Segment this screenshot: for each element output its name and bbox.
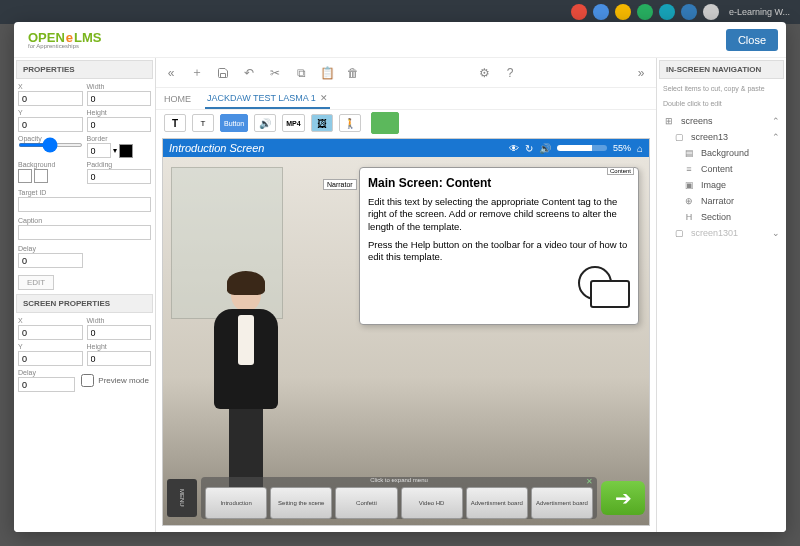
content-box[interactable]: Content Main Screen: Content Edit this t… bbox=[359, 167, 639, 325]
tree-icon: ≡ bbox=[683, 164, 695, 174]
nav-close-icon[interactable]: ✕ bbox=[586, 477, 593, 486]
screen-width-input[interactable] bbox=[87, 325, 152, 340]
image-element[interactable]: 🖼 bbox=[311, 114, 333, 132]
caption-input[interactable] bbox=[18, 225, 151, 240]
edit-button[interactable]: EDIT bbox=[18, 275, 54, 290]
close-tab-icon[interactable]: ✕ bbox=[320, 93, 328, 103]
breadcrumb-home[interactable]: HOME bbox=[164, 94, 191, 104]
preview-mode-checkbox[interactable] bbox=[81, 374, 94, 387]
nav-button[interactable]: Advertisment board bbox=[531, 487, 593, 519]
screen-delay-input[interactable] bbox=[18, 377, 75, 392]
nav-button[interactable]: Video HD bbox=[401, 487, 463, 519]
collapse-right-icon[interactable]: » bbox=[634, 66, 648, 80]
editor-modal: OPENeLMS for Apprenticeships Close PROPE… bbox=[14, 22, 786, 532]
nav-button[interactable]: Introduction bbox=[205, 487, 267, 519]
tree-icon: ▢ bbox=[673, 132, 685, 142]
text-large-button[interactable]: T bbox=[164, 114, 186, 132]
tree-item-background[interactable]: ▤Background bbox=[659, 145, 784, 161]
narrator-tag[interactable]: Narrator bbox=[323, 179, 357, 190]
width-input[interactable] bbox=[87, 91, 152, 106]
content-paragraph: Edit this text by selecting the appropri… bbox=[368, 196, 630, 233]
tree-icon: ⊕ bbox=[683, 196, 695, 206]
narrator-figure[interactable] bbox=[201, 275, 291, 495]
text-small-button[interactable]: T bbox=[192, 114, 214, 132]
menu-tab[interactable]: MENU bbox=[167, 479, 197, 517]
narrator-element[interactable]: 🚶 bbox=[339, 114, 361, 132]
content-tag[interactable]: Content bbox=[607, 167, 634, 175]
collapse-left-icon[interactable]: « bbox=[164, 66, 178, 80]
opacity-slider[interactable] bbox=[18, 143, 83, 147]
target-id-input[interactable] bbox=[18, 197, 151, 212]
bg-color-2[interactable] bbox=[34, 169, 48, 183]
x-input[interactable] bbox=[18, 91, 83, 106]
border-input[interactable] bbox=[87, 143, 111, 158]
tree-icon: ▤ bbox=[683, 148, 695, 158]
volume-slider[interactable] bbox=[557, 145, 607, 151]
delete-icon[interactable]: 🗑 bbox=[346, 66, 360, 80]
tree-item-section[interactable]: HSection bbox=[659, 209, 784, 225]
screen-height-input[interactable] bbox=[87, 351, 152, 366]
border-color[interactable] bbox=[119, 144, 133, 158]
stage[interactable]: Introduction Screen 👁 ↻ 🔊 55% ⌂ Narrator bbox=[162, 138, 650, 526]
audio-element[interactable]: 🔊 bbox=[254, 114, 276, 132]
breadcrumb-current[interactable]: JACKDAW TEST LASMA 1 ✕ bbox=[205, 89, 330, 109]
status-circle bbox=[637, 4, 653, 20]
tree-label: screen13 bbox=[691, 132, 766, 142]
nav-button[interactable]: Setting the scene bbox=[270, 487, 332, 519]
expand-menu-label[interactable]: Click to expand menu bbox=[201, 477, 597, 483]
home-icon[interactable]: ⌂ bbox=[637, 143, 643, 154]
toolbar: « ＋ ↶ ✂ ⧉ 📋 🗑 ⚙ ? » bbox=[156, 58, 656, 88]
chevron-icon[interactable]: ⌃ bbox=[772, 132, 780, 142]
screen-element[interactable] bbox=[371, 112, 399, 134]
tree-label: screen1301 bbox=[691, 228, 766, 238]
add-icon[interactable]: ＋ bbox=[190, 66, 204, 80]
content-illustration bbox=[570, 266, 630, 316]
refresh-icon[interactable]: ↻ bbox=[525, 143, 533, 154]
screen-properties-header: SCREEN PROPERTIES bbox=[16, 294, 153, 313]
avatar[interactable] bbox=[703, 4, 719, 20]
navigation-panel: IN-SCREEN NAVIGATION Select items to cut… bbox=[656, 58, 786, 532]
padding-input[interactable] bbox=[87, 169, 152, 184]
status-circle bbox=[571, 4, 587, 20]
undo-icon[interactable]: ↶ bbox=[242, 66, 256, 80]
help-icon[interactable]: ? bbox=[503, 66, 517, 80]
nav-panel-header: IN-SCREEN NAVIGATION bbox=[659, 60, 784, 79]
tree-item-screen13[interactable]: ▢screen13⌃ bbox=[659, 129, 784, 145]
tree-item-content[interactable]: ≡Content bbox=[659, 161, 784, 177]
height-input[interactable] bbox=[87, 117, 152, 132]
screen-y-input[interactable] bbox=[18, 351, 83, 366]
close-button[interactable]: Close bbox=[726, 29, 778, 51]
screen-x-input[interactable] bbox=[18, 325, 83, 340]
next-button[interactable]: ➔ bbox=[601, 481, 645, 515]
tree-item-image[interactable]: ▣Image bbox=[659, 177, 784, 193]
tree-label: screens bbox=[681, 116, 766, 126]
copy-icon[interactable]: ⧉ bbox=[294, 66, 308, 80]
tree-item-screen1301[interactable]: ▢screen1301⌄ bbox=[659, 225, 784, 241]
bg-color-1[interactable] bbox=[18, 169, 32, 183]
eye-icon[interactable]: 👁 bbox=[509, 143, 519, 154]
chevron-icon[interactable]: ⌄ bbox=[772, 228, 780, 238]
logo: OPENeLMS for Apprenticeships bbox=[22, 30, 102, 49]
properties-header: PROPERTIES bbox=[16, 60, 153, 79]
button-element[interactable]: Button bbox=[220, 114, 248, 132]
chevron-icon[interactable]: ⌃ bbox=[772, 116, 780, 126]
properties-panel: PROPERTIES X Width Y Height Opacity Bord… bbox=[14, 58, 156, 532]
modal-header: OPENeLMS for Apprenticeships Close bbox=[14, 22, 786, 58]
video-element[interactable]: MP4 bbox=[282, 114, 304, 132]
nav-button[interactable]: Confetti bbox=[335, 487, 397, 519]
tree-label: Narrator bbox=[701, 196, 780, 206]
nav-hint: Select items to cut, copy & paste bbox=[657, 81, 786, 96]
status-circle bbox=[659, 4, 675, 20]
gear-icon[interactable]: ⚙ bbox=[477, 66, 491, 80]
tree-item-screens[interactable]: ⊞screens⌃ bbox=[659, 113, 784, 129]
cut-icon[interactable]: ✂ bbox=[268, 66, 282, 80]
content-heading: Main Screen: Content bbox=[368, 176, 630, 190]
nav-button[interactable]: Advertisment board bbox=[466, 487, 528, 519]
delay-input[interactable] bbox=[18, 253, 83, 268]
paste-icon[interactable]: 📋 bbox=[320, 66, 334, 80]
tree: ⊞screens⌃▢screen13⌃▤Background≡Content▣I… bbox=[657, 111, 786, 243]
save-icon[interactable] bbox=[216, 66, 230, 80]
volume-icon[interactable]: 🔊 bbox=[539, 143, 551, 154]
tree-item-narrator[interactable]: ⊕Narrator bbox=[659, 193, 784, 209]
y-input[interactable] bbox=[18, 117, 83, 132]
